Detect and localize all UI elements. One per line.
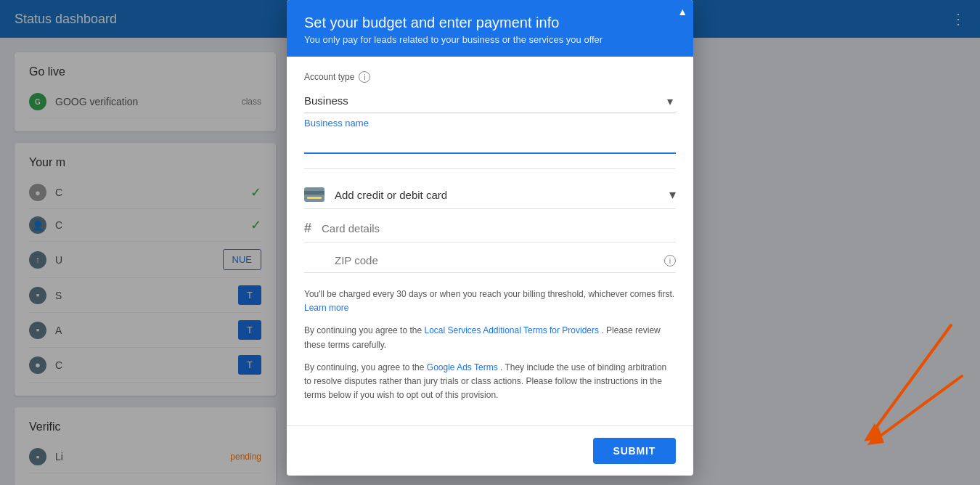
terms-2-text: By continuing you agree to the Local Ser… <box>304 324 676 351</box>
local-services-terms-link[interactable]: Local Services Additional Terms for Prov… <box>424 325 599 335</box>
business-name-input-wrapper <box>304 131 676 154</box>
account-type-label: Account type i <box>304 71 676 83</box>
zip-info-icon[interactable]: i <box>664 255 676 266</box>
card-row-left: Add credit or debit card <box>304 187 447 202</box>
section-divider-1 <box>304 168 676 169</box>
card-details-row: # <box>304 221 676 242</box>
add-card-row[interactable]: Add credit or debit card ▾ <box>304 181 676 209</box>
terms-3-text: By continuing, you agree to the Google A… <box>304 361 676 403</box>
credit-card-icon <box>304 187 324 202</box>
account-type-info-icon[interactable]: i <box>359 71 370 83</box>
account-type-select[interactable]: Business Individual <box>304 89 676 113</box>
business-name-link[interactable]: Business name <box>304 118 676 129</box>
modal-header: ▲ Set your budget and enter payment info… <box>287 0 693 57</box>
hash-icon: # <box>304 221 311 236</box>
add-card-label: Add credit or debit card <box>335 189 447 201</box>
google-ads-terms-link[interactable]: Google Ads Terms <box>427 362 498 372</box>
payment-modal: ▲ Set your budget and enter payment info… <box>287 0 693 476</box>
card-stripe <box>307 197 322 199</box>
scroll-up-indicator: ▲ <box>677 6 687 17</box>
business-name-input[interactable] <box>304 131 676 154</box>
modal-subtitle: You only pay for leads related to your b… <box>304 34 676 45</box>
card-details-input[interactable] <box>322 222 676 235</box>
learn-more-link[interactable]: Learn more <box>304 303 348 313</box>
modal-body: Account type i Business Individual ▾ Bus… <box>287 57 693 425</box>
terms-1-text: You'll be charged every 30 days or when … <box>304 288 676 315</box>
modal-footer: SUBMIT <box>287 425 693 476</box>
submit-button[interactable]: SUBMIT <box>593 438 676 464</box>
account-type-select-wrapper: Business Individual ▾ <box>304 89 676 113</box>
modal-title: Set your budget and enter payment info <box>304 15 676 31</box>
card-chevron-icon[interactable]: ▾ <box>669 187 676 203</box>
zip-code-row: i <box>304 254 676 273</box>
zip-code-input[interactable] <box>335 254 664 266</box>
